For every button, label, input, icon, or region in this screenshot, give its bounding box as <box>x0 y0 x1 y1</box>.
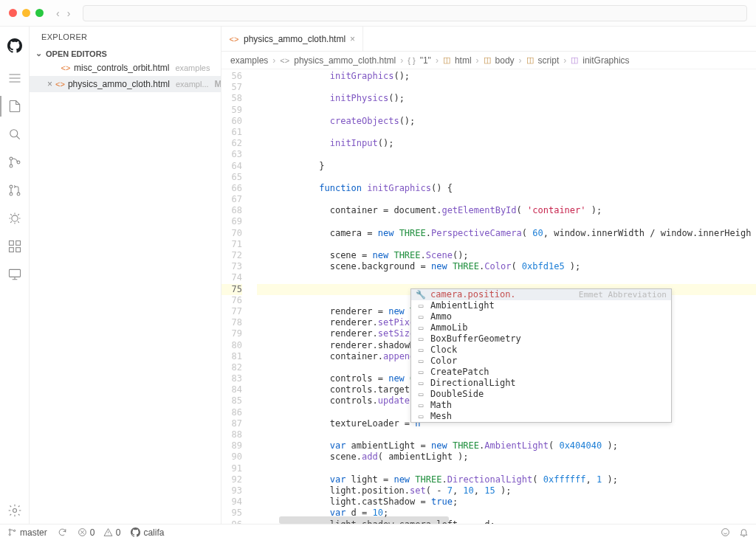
chevron-down-icon: ⌄ <box>34 49 43 58</box>
crumb[interactable]: initGraphics <box>583 55 629 66</box>
editor-tab[interactable]: <> physics_ammo_cloth.html × <box>221 27 363 51</box>
braces-icon: { } <box>408 56 415 65</box>
branch-indicator[interactable]: master <box>7 527 47 538</box>
open-editor-item[interactable]: × <> misc_controls_orbit.html examples <box>30 60 221 76</box>
crumb[interactable]: body <box>495 55 515 66</box>
file-name: physics_ammo_cloth.html <box>68 79 170 89</box>
github-user-indicator[interactable]: califa <box>131 527 164 538</box>
svg-point-14 <box>9 529 10 530</box>
nav-forward-icon[interactable]: › <box>65 7 73 19</box>
crumb[interactable]: html <box>455 55 472 66</box>
close-icon[interactable]: × <box>47 79 52 89</box>
horizontal-scrollbar[interactable] <box>257 516 756 524</box>
sidebar-title: EXPLORER <box>30 27 221 47</box>
crumb[interactable]: "1" <box>420 55 431 66</box>
github-username: califa <box>143 527 164 538</box>
feedback-icon[interactable] <box>721 527 730 537</box>
svg-point-15 <box>9 534 10 536</box>
close-window-icon[interactable] <box>9 9 17 17</box>
html-file-icon: <> <box>280 56 289 65</box>
open-editors-label: OPEN EDITORS <box>46 49 107 58</box>
cube-icon: ◫ <box>571 55 578 65</box>
warning-count: 0 <box>116 527 121 538</box>
pull-request-icon[interactable] <box>0 177 30 204</box>
crumb[interactable]: script <box>538 55 560 66</box>
svg-point-13 <box>13 509 16 513</box>
html-file-icon: <> <box>229 35 239 44</box>
explorer-sidebar: EXPLORER ⌄ OPEN EDITORS × <> misc_contro… <box>30 27 221 524</box>
file-path: examples <box>175 63 210 72</box>
activity-bar <box>0 27 30 524</box>
remote-icon[interactable] <box>0 261 30 288</box>
window-controls[interactable] <box>9 9 44 17</box>
error-count: 0 <box>90 527 95 538</box>
file-name: misc_controls_orbit.html <box>74 63 169 73</box>
cube-icon: ◫ <box>484 55 491 65</box>
crumb[interactable]: examples <box>230 55 268 66</box>
svg-point-18 <box>722 529 729 536</box>
maximize-window-icon[interactable] <box>35 9 44 17</box>
svg-rect-9 <box>16 241 20 246</box>
svg-point-2 <box>10 165 13 167</box>
title-bar: ‹ › <box>0 0 756 27</box>
minimize-window-icon[interactable] <box>22 9 30 17</box>
svg-point-6 <box>17 193 20 195</box>
intellisense-suggest[interactable]: 🔧camera.position.Emmet Abbreviation▭Ambi… <box>410 288 672 423</box>
close-icon[interactable]: × <box>350 34 355 44</box>
open-editor-item[interactable]: × <> physics_ammo_cloth.html exampl... M <box>30 76 221 92</box>
svg-point-5 <box>10 193 13 195</box>
html-file-icon: <> <box>61 63 71 72</box>
menu-icon[interactable] <box>0 65 30 91</box>
status-bar: master 0 0 califa <box>0 524 756 540</box>
html-file-icon: <> <box>55 80 65 89</box>
svg-point-4 <box>10 185 13 188</box>
code-editor[interactable]: 5657585960616263646566676869707172737475… <box>221 69 756 524</box>
svg-point-0 <box>10 130 17 137</box>
branch-name: master <box>20 527 47 538</box>
address-bar[interactable] <box>83 5 747 21</box>
editor-area: <> physics_ammo_cloth.html × examples› <… <box>221 27 756 524</box>
source-control-icon[interactable] <box>0 149 30 176</box>
debug-icon[interactable] <box>0 205 30 232</box>
file-path: exampl... <box>176 80 209 89</box>
settings-gear-icon[interactable] <box>0 497 30 524</box>
modified-indicator: M <box>215 79 221 89</box>
editor-tabs: <> physics_ammo_cloth.html × <box>221 27 756 52</box>
svg-rect-10 <box>9 248 13 252</box>
open-editors-header[interactable]: ⌄ OPEN EDITORS <box>30 47 221 60</box>
crumb[interactable]: physics_ammo_cloth.html <box>294 55 396 66</box>
svg-point-7 <box>11 215 17 221</box>
files-icon[interactable] <box>0 93 30 120</box>
scrollbar-thumb[interactable] <box>279 516 449 524</box>
search-icon[interactable] <box>0 121 30 148</box>
sync-indicator[interactable] <box>58 527 67 537</box>
svg-rect-12 <box>9 269 20 277</box>
svg-rect-8 <box>9 241 13 246</box>
github-logo-icon[interactable] <box>0 32 30 59</box>
breadcrumbs[interactable]: examples› <>physics_ammo_cloth.html› { }… <box>221 52 756 69</box>
problems-indicator[interactable]: 0 0 <box>78 527 121 538</box>
extensions-icon[interactable] <box>0 233 30 260</box>
tab-label: physics_ammo_cloth.html <box>244 34 346 44</box>
line-number-gutter: 5657585960616263646566676869707172737475… <box>221 69 257 524</box>
svg-rect-11 <box>16 248 20 252</box>
nav-back-icon[interactable]: ‹ <box>54 7 62 19</box>
svg-point-1 <box>10 157 13 160</box>
cube-icon: ◫ <box>526 55 534 65</box>
cube-icon: ◫ <box>443 55 450 65</box>
notifications-icon[interactable] <box>739 527 749 537</box>
